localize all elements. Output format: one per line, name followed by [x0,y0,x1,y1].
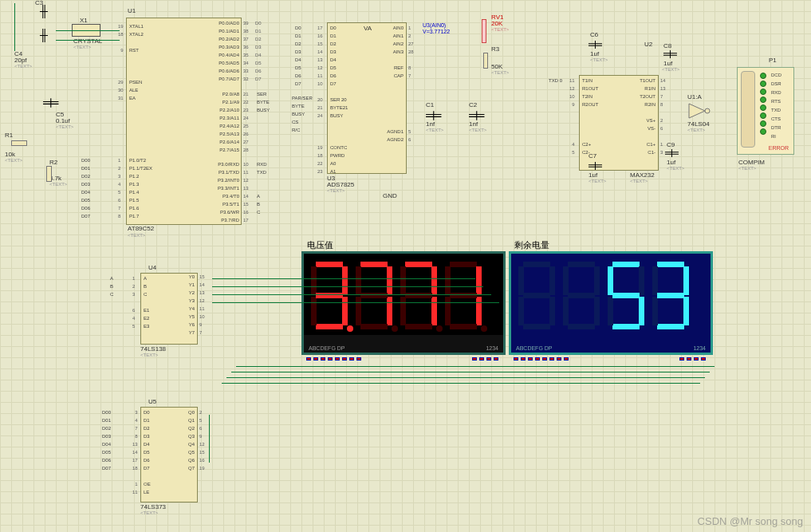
display-voltage[interactable]: 电压值 ABCDEFG DP 1234 [301,251,506,355]
pin-label: 12 [317,65,323,73]
pin-label [295,105,301,112]
pin-label: 7 [118,206,120,213]
pin-label: D05 [81,198,90,205]
pin-label [257,178,267,185]
pin-label: 22 [317,161,323,168]
serial-p1[interactable]: DCDDSRRXDRTSTXDCTSDTRRI ERROR [737,67,794,155]
pin-label: 16 [317,33,323,41]
cap-c7[interactable]: ╫ [589,162,602,170]
wire [231,372,710,372]
cap-c9[interactable]: ╫ [666,149,679,157]
pin-label: 24 [243,116,249,123]
pin-label: CONTC [330,145,348,152]
res-r3[interactable] [483,53,488,69]
serial-led [760,120,766,127]
pin-label: D04 [102,442,111,449]
r3-ref: R3 [491,46,499,53]
pin-label: P1.5 [129,198,152,205]
pin-label: AIN2 [380,41,404,49]
pin-label: 27 [243,140,249,147]
pin-label [295,97,301,104]
pin-label: 7 [408,73,414,81]
pin-label [380,81,404,89]
pin-label: XTAL1 [129,24,144,31]
u1a-ref: U1:A [687,94,702,101]
pin-label: D0 [255,21,262,28]
res-r2[interactable] [46,166,52,182]
pin-label: 1 [132,276,135,283]
seven-seg-digit [605,260,647,332]
pin-label: A [257,194,267,201]
pin-label: A1 [330,169,348,176]
pin-label [129,56,144,63]
battery-footer-r: 1234 [693,345,706,351]
res-r1[interactable] [11,140,27,146]
cap-c4[interactable]: ╫ [40,29,48,41]
pin-label: 9 [199,434,205,441]
pin-label: 6 [408,137,414,144]
pin-label [295,89,301,97]
cap-c2[interactable]: ╫ [470,111,484,120]
serial-pin-label: RI [771,134,781,143]
pin-label [380,113,404,120]
serial-pin-label: CTS [771,116,781,125]
pin-label: D4 [330,57,348,65]
wire [56,30,120,31]
display-battery[interactable]: 剩余电量 ABCDEFG DP 1234 [509,251,713,355]
pin-label: T1IN [582,78,598,85]
pin-label [132,474,138,481]
pin-label: 13 [660,86,666,93]
pin-label: D7 [255,77,262,84]
u4-text: <TEXT> [140,353,158,358]
pin-label: D4 [255,53,262,60]
pin-label: D00 [102,410,111,417]
pin-label: ALE [129,88,144,95]
cap-c3[interactable]: ╫ [40,5,48,18]
pin-label: 30 [118,88,124,95]
pin-label: P3.4/T0 [204,194,239,201]
pin-label: 11 [243,170,249,177]
pin-label: VS+ [630,118,655,125]
wire [209,415,210,463]
pin-label: R1OUT [582,86,598,93]
cap-c5[interactable]: ╫ [44,98,58,107]
pin-label: P1.6 [129,206,152,213]
cap-c1[interactable]: ╫ [427,111,441,120]
pin-label [380,57,404,65]
pin-label: 23 [317,169,323,176]
pin-label: E1 [144,308,149,315]
pin-label: 23 [243,108,249,115]
voltage-footer-l: ABCDEFG DP [309,345,345,351]
inverter-u1a[interactable] [687,102,711,120]
pin-label: D1 [295,33,301,41]
pin-label [129,72,144,79]
pin-label [569,134,575,141]
pin-label [317,89,323,97]
c8-ref: C8 [663,43,671,50]
pin-label: P2.0/A8 [206,92,239,99]
pin-label [129,64,144,71]
seven-seg-digit [309,260,350,332]
wire [14,3,15,51]
pin-label: P0.1/AD1 [206,29,239,36]
serial-led [760,112,766,119]
pin-label [630,134,655,141]
pin-label: 38 [243,29,249,36]
pin-label [129,40,144,47]
pin-label: AIN1 [380,33,404,41]
u1-text: <TEXT> [128,233,145,238]
serial-led [760,73,766,79]
pin-label: CAP [380,73,404,81]
pin-label [408,57,414,65]
pin-label [660,134,666,141]
cap-c8[interactable]: ╫ [664,50,677,58]
cap-c6[interactable]: ╫ [589,41,602,49]
pin-label: 4 [569,142,575,149]
x1-text: <TEXT> [73,45,91,50]
pin-label: 10 [569,94,575,101]
voltage-annotation: V=3.77122 [423,29,450,34]
pin-label: 8 [660,102,666,109]
pot-rv1[interactable] [482,19,486,43]
pin-label: R1IN [630,86,655,93]
pin-label: 11 [132,490,138,497]
